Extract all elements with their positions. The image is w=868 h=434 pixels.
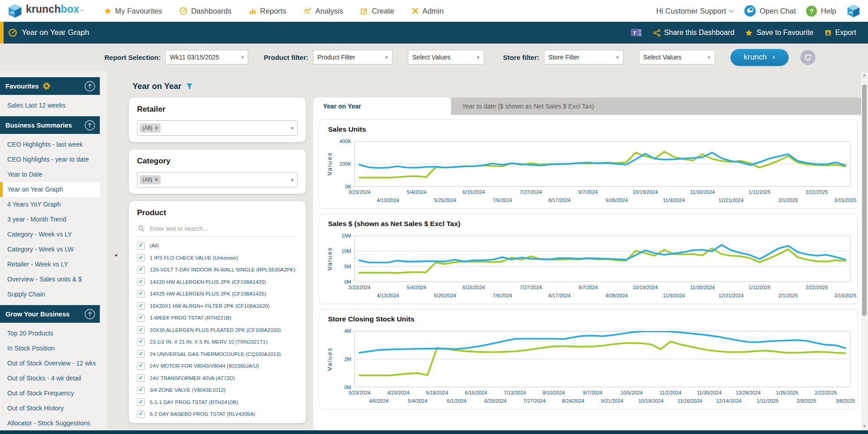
sidebar-item[interactable]: CEO Highlights - last week: [0, 137, 100, 152]
product-item[interactable]: ✓5-2 DAY PROG TSTAT W/LGHT (RTH2300B): [137, 420, 298, 422]
nav-reports[interactable]: Reports: [249, 7, 286, 15]
x-axis-tick-label: 11/30/2024: [690, 285, 715, 290]
product-checkbox[interactable]: ✓: [137, 350, 145, 358]
product-item[interactable]: ✓3/4 ZONE VALVE (V8043E1012): [137, 384, 298, 396]
export-button[interactable]: Export: [824, 29, 856, 37]
sidebar-item[interactable]: Out of Stock Overview - 12 wks: [0, 356, 100, 371]
user-menu[interactable]: Hi Customer Support: [656, 7, 734, 15]
product-item[interactable]: ✓1 IPS FLO CHECK VALVE (Unknown): [137, 252, 298, 264]
product-item[interactable]: ✓5-2 DAY BASEBD PROG TSTAT (RLV4305A): [137, 408, 298, 420]
collapse-up-arrow-icon[interactable]: [84, 120, 95, 131]
product-checkbox[interactable]: ✓: [137, 314, 145, 322]
report-selection-dropdown[interactable]: Wk11 03/15/2025▾: [165, 50, 248, 64]
sidebar-item[interactable]: Retailer - Week vs LY: [0, 257, 100, 272]
sidebar-item[interactable]: Supply Chain: [0, 287, 100, 302]
sidebar-item[interactable]: Allocator - Stock Suggestions: [0, 416, 100, 430]
product-item[interactable]: ✓14X25 HW ALLERGEN PLUS 2PK (CF108A1425): [137, 288, 298, 300]
remove-tag-icon[interactable]: ×: [155, 177, 158, 183]
product-checkbox[interactable]: ✓: [137, 302, 145, 310]
store-values-dropdown[interactable]: Select Values▾: [639, 50, 715, 64]
sidebar-scrollbar[interactable]: ▲ ▼: [861, 72, 868, 429]
product-filter-dropdown[interactable]: Product Filter▾: [313, 50, 392, 64]
krunch-button[interactable]: krunch›: [731, 49, 789, 66]
sidebar-item[interactable]: Year to Date: [0, 167, 100, 182]
nav-admin[interactable]: Admin: [412, 7, 444, 15]
scroll-down-arrow-icon[interactable]: ▼: [861, 423, 868, 429]
sidebar-item[interactable]: Out of Stocks - 4 wk detail: [0, 371, 100, 386]
ms-teams-icon[interactable]: T: [630, 27, 642, 39]
product-item[interactable]: ✓24V TRANSFORMER 40VA (AT72D): [137, 372, 298, 385]
sidebar-section-header[interactable]: Favourites: [0, 77, 100, 95]
sidebar-item[interactable]: Overview - Sales units & $: [0, 272, 100, 287]
nav-dashboards[interactable]: Dashboards: [179, 7, 231, 15]
sidebar-item[interactable]: Category - Week vs LW: [0, 242, 100, 257]
collapse-up-arrow-icon[interactable]: [84, 309, 95, 320]
sidebar-scrollbar-thumb[interactable]: [862, 84, 867, 316]
product-checkbox[interactable]: ✓: [137, 326, 145, 334]
product-checkbox[interactable]: ✓: [137, 254, 145, 261]
sidebar-section-header[interactable]: Business Summaries: [0, 116, 100, 134]
save-to-favourite-button[interactable]: Save to Favourite: [745, 29, 813, 37]
filter-funnel-icon[interactable]: [186, 83, 193, 90]
remove-tag-icon[interactable]: ×: [155, 125, 158, 131]
tab-year-on-year[interactable]: Year on Year: [313, 98, 451, 115]
cube-logo-icon-right[interactable]: [846, 4, 861, 18]
sidebar-item[interactable]: Out of Stock Frequency: [0, 386, 100, 401]
product-item[interactable]: ✓23-1/2 IN. X 21 IN. X 5 IN. MERV 10 (TR…: [137, 336, 298, 348]
x-axis-tick-label: 8/10/2024: [543, 390, 565, 395]
product-item[interactable]: ✓14X20 HW ALLERGEN PLUS 2PK (CF108A1420): [137, 276, 298, 288]
krunchbox-logo[interactable]: krunchbox™: [7, 3, 84, 19]
x-axis-tick-label: 7/27/2024: [520, 285, 542, 290]
product-checkbox[interactable]: ✓: [137, 398, 145, 406]
x-axis-tick-label: 4/6/2024: [369, 398, 388, 404]
sidebar-item[interactable]: Category - Week vs LY: [0, 227, 100, 242]
product-item[interactable]: ✓120-VOLT 7-DAY INDOOR IN-WALL SINGLE (R…: [137, 264, 298, 276]
product-checkbox[interactable]: ✓: [137, 410, 145, 418]
sidebar-item[interactable]: CEO highlights - year to date: [0, 152, 100, 167]
sidebar-collapse-handle[interactable]: ◄: [113, 252, 118, 257]
product-checkbox[interactable]: ✓: [137, 266, 145, 274]
product-item[interactable]: ✓24V MOTOR FOR V8043/V8044 (802360JA/U): [137, 360, 298, 372]
sidebar-item[interactable]: In Stock Position: [0, 341, 100, 356]
sidebar-item[interactable]: 3 year - Month Trend: [0, 212, 100, 227]
sidebar-item[interactable]: Out of Stock History: [0, 401, 100, 416]
product-checkbox[interactable]: ✓: [137, 386, 145, 394]
product-checkbox[interactable]: ✓: [137, 362, 145, 370]
product-item[interactable]: ✓20X30 ALLERGEN PLUS PLEATED 2PK (CF108A…: [137, 324, 298, 336]
sidebar-item[interactable]: 4 Years YoY Graph: [0, 197, 100, 212]
product-checkbox[interactable]: ✓: [137, 278, 145, 286]
category-dropdown[interactable]: (All)× ▾: [137, 172, 298, 187]
product-checkbox[interactable]: ✓: [137, 290, 145, 298]
sidebar-item[interactable]: Year on Year Graph: [0, 182, 100, 197]
product-checkbox[interactable]: ✓: [137, 338, 145, 346]
product-search[interactable]: [137, 224, 298, 237]
refresh-button[interactable]: [800, 50, 815, 65]
retailer-dropdown[interactable]: (All)× ▾: [137, 120, 298, 136]
share-dashboard-button[interactable]: Share this Dashboard: [653, 29, 735, 37]
sidebar-item[interactable]: Sales Last 12 weeks: [0, 98, 100, 113]
nav-analysis[interactable]: Analysis: [304, 7, 343, 15]
scroll-up-arrow-icon[interactable]: ▲: [861, 72, 868, 78]
product-filter-label: Product filter:: [264, 54, 308, 61]
chart-plot: [354, 331, 850, 387]
open-chat-button[interactable]: Open Chat: [744, 5, 796, 17]
x-axis-tick-label: 3/8/2025: [836, 398, 855, 404]
sidebar-item[interactable]: Top 20 Products: [0, 326, 100, 341]
nav-create[interactable]: Create: [360, 7, 394, 15]
product-item[interactable]: ✓16X20X1 HW ALRGN+ FILTER 2PK (CF108A162…: [137, 300, 298, 312]
nav-my-favourites[interactable]: My Favourites: [104, 7, 162, 15]
sidebar-section-header[interactable]: Grow Your Business: [0, 305, 100, 323]
product-item[interactable]: ✓24 UNIVERSAL GAS THERMOCOUPLE (CQ100A10…: [137, 348, 298, 360]
tab-year-to-date[interactable]: Year to date ($ shown as Net Sales $ Exc…: [451, 98, 863, 115]
store-filter-dropdown[interactable]: Store Filter▾: [544, 50, 623, 64]
product-item[interactable]: ✓5-1-1 DAY PROG TSTAT (RTH2410B): [137, 396, 298, 409]
product-item[interactable]: ✓1-WEEK PROG TSTAT (RTH221B): [137, 312, 298, 324]
chart-y-axis-label: Values: [326, 141, 334, 187]
product-item[interactable]: ✓(All): [137, 240, 298, 252]
help-button[interactable]: ? Help: [806, 5, 836, 17]
collapse-up-arrow-icon[interactable]: [84, 81, 95, 92]
product-search-input[interactable]: [149, 225, 297, 232]
product-checkbox[interactable]: ✓: [137, 242, 145, 250]
product-values-dropdown[interactable]: Select Values▾: [408, 50, 484, 64]
product-checkbox[interactable]: ✓: [137, 374, 145, 382]
